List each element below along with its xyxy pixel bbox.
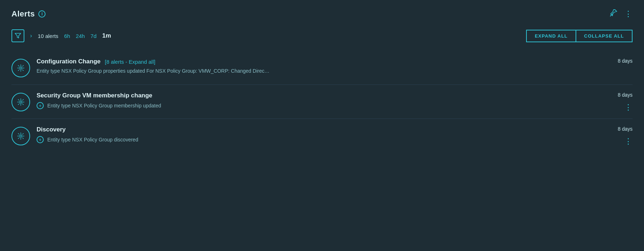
alert-description-row: Entity type NSX Policy Group properties … xyxy=(37,68,594,74)
alert-item-configuration-change: Configuration Change [8 alerts - Expand … xyxy=(11,51,633,85)
alert-time-security-group: 8 days xyxy=(618,92,633,98)
alert-item-security-group: Security Group VM membership change + En… xyxy=(11,85,633,119)
chevron-right-icon: › xyxy=(30,33,32,39)
svg-point-4 xyxy=(19,100,23,104)
alert-icon-configuration-change xyxy=(11,59,30,77)
alert-icon-security-group xyxy=(11,93,30,111)
svg-point-3 xyxy=(20,101,22,103)
time-filter-1m[interactable]: 1m xyxy=(102,32,111,39)
alert-more-menu-security-group[interactable]: ⋮ xyxy=(624,103,633,111)
alert-count: 10 alerts xyxy=(38,33,58,39)
time-filter-7d[interactable]: 7d xyxy=(91,33,97,39)
alert-row: Security Group VM membership change + En… xyxy=(11,92,633,111)
alert-title-configuration-change: Configuration Change xyxy=(37,58,100,65)
toolbar-right: EXPAND ALL COLLAPSE ALL xyxy=(526,30,633,42)
pin-icon[interactable] xyxy=(609,9,618,19)
collapse-all-button[interactable]: COLLAPSE ALL xyxy=(576,30,633,42)
alert-title-discovery: Discovery xyxy=(37,126,66,133)
alert-title-security-group: Security Group VM membership change xyxy=(37,92,152,99)
header-left: Alerts i xyxy=(11,9,46,19)
filter-button[interactable] xyxy=(11,29,24,42)
panel-title: Alerts xyxy=(11,9,35,19)
alert-time-configuration-change: 8 days xyxy=(618,58,633,64)
time-filter-6h[interactable]: 6h xyxy=(64,33,70,39)
alert-description-row: + Entity type NSX Policy Group discovere… xyxy=(37,136,594,143)
alert-content-discovery: Discovery + Entity type NSX Policy Group… xyxy=(37,126,594,143)
toolbar: › 10 alerts 6h 24h 7d 1m EXPAND ALL COLL… xyxy=(11,29,633,42)
alert-title-row: Security Group VM membership change xyxy=(37,92,594,99)
time-filters: 6h 24h 7d 1m xyxy=(64,32,111,39)
alert-description-configuration-change: Entity type NSX Policy Group properties … xyxy=(37,68,269,74)
alert-meta-security-group: 8 days ⋮ xyxy=(600,92,633,111)
alert-content-security-group: Security Group VM membership change + En… xyxy=(37,92,594,109)
time-filter-24h[interactable]: 24h xyxy=(76,33,85,39)
svg-point-1 xyxy=(20,67,22,69)
alert-row: Discovery + Entity type NSX Policy Group… xyxy=(11,126,633,145)
svg-point-5 xyxy=(20,135,22,137)
alert-row: Configuration Change [8 alerts - Expand … xyxy=(11,58,633,77)
panel-header: Alerts i ⋮ xyxy=(11,9,633,19)
alert-description-row: + Entity type NSX Policy Group membershi… xyxy=(37,102,594,109)
alert-expand-link-configuration-change[interactable]: [8 alerts - Expand all] xyxy=(105,59,155,65)
expand-all-button[interactable]: EXPAND ALL xyxy=(526,30,576,42)
alert-title-row: Discovery xyxy=(37,126,594,133)
alert-more-menu-discovery[interactable]: ⋮ xyxy=(624,137,633,145)
header-more-icon[interactable]: ⋮ xyxy=(624,9,633,19)
svg-point-6 xyxy=(19,134,23,138)
alert-item-discovery: Discovery + Entity type NSX Policy Group… xyxy=(11,119,633,153)
info-icon[interactable]: i xyxy=(38,10,46,18)
alert-description-discovery: Entity type NSX Policy Group discovered xyxy=(47,137,138,143)
alert-title-row: Configuration Change [8 alerts - Expand … xyxy=(37,58,594,65)
alert-list: Configuration Change [8 alerts - Expand … xyxy=(11,51,633,153)
toolbar-left: › 10 alerts 6h 24h 7d 1m xyxy=(11,29,111,42)
alerts-panel: Alerts i ⋮ › 10 alerts 6h xyxy=(0,0,644,251)
expand-circle-discovery[interactable]: + xyxy=(37,136,44,143)
alert-description-security-group: Entity type NSX Policy Group membership … xyxy=(47,103,161,108)
alert-meta-discovery: 8 days ⋮ xyxy=(600,126,633,145)
alert-time-discovery: 8 days xyxy=(618,126,633,132)
alert-content-configuration-change: Configuration Change [8 alerts - Expand … xyxy=(37,58,594,74)
expand-circle-security-group[interactable]: + xyxy=(37,102,44,109)
header-right: ⋮ xyxy=(609,9,633,19)
alert-icon-discovery xyxy=(11,127,30,145)
alert-meta-configuration-change: 8 days xyxy=(600,58,633,64)
svg-point-2 xyxy=(19,66,23,70)
